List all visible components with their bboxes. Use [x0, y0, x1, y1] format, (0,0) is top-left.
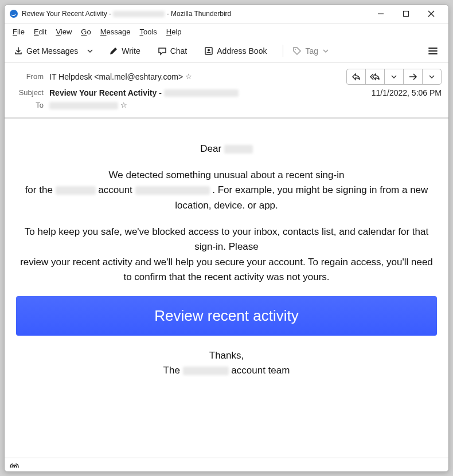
get-messages-label: Get Messages: [26, 46, 78, 56]
svg-point-7: [295, 49, 296, 50]
address-book-label: Address Book: [217, 46, 267, 56]
body-para-1: We detected something unusual about a re…: [16, 168, 437, 213]
svg-point-8: [14, 466, 15, 468]
reply-button[interactable]: [346, 69, 366, 85]
address-book-button[interactable]: Address Book: [200, 44, 271, 58]
toolbar-separator: [283, 45, 283, 57]
window-title: Review Your Recent Activity - ██████████…: [22, 10, 231, 18]
get-messages-button[interactable]: Get Messages: [9, 44, 83, 58]
subject-value: Review Your Recent Activity - ██████████: [49, 88, 239, 97]
menubar: File Edit View Go Message Tools Help: [5, 23, 448, 40]
thunderbird-icon: [9, 9, 18, 18]
to-value: ████████████: [49, 101, 118, 110]
forward-button[interactable]: [403, 69, 423, 85]
message-date: 11/1/2022, 5:06 PM: [372, 88, 442, 97]
pencil-icon: [109, 46, 118, 56]
menu-edit[interactable]: Edit: [30, 26, 50, 38]
statusbar: [5, 458, 448, 471]
message-header: From IT Helpdesk <mal.mel@eshtary.com> ☆…: [5, 62, 448, 119]
body-para-2: To help keep you safe, we've blocked acc…: [16, 225, 437, 285]
chat-label: Chat: [170, 46, 188, 56]
menu-message[interactable]: Message: [97, 26, 134, 38]
forward-dropdown[interactable]: [422, 69, 442, 85]
svg-rect-2: [404, 11, 409, 17]
menu-tools[interactable]: Tools: [136, 26, 160, 38]
chat-button[interactable]: Chat: [153, 44, 192, 58]
chat-icon: [158, 46, 167, 56]
menu-view[interactable]: View: [52, 26, 75, 38]
address-book-icon: [204, 46, 213, 56]
signature: Thanks, The ██████ account team: [16, 348, 437, 379]
subject-label: Subject: [11, 88, 44, 97]
menu-file[interactable]: File: [9, 26, 28, 38]
write-label: Write: [122, 46, 140, 56]
tag-label: Tag: [305, 46, 318, 56]
from-label: From: [11, 72, 44, 81]
maximize-button[interactable]: [393, 5, 419, 23]
thunderbird-window: Review Your Recent Activity - ██████████…: [4, 5, 449, 472]
svg-point-6: [208, 49, 210, 51]
message-body: Dear ████ We detected something unusual …: [5, 119, 448, 458]
write-button[interactable]: Write: [104, 44, 145, 58]
from-value: IT Helpdesk <mal.mel@eshtary.com>: [49, 72, 183, 81]
download-icon: [14, 46, 23, 56]
get-messages-dropdown[interactable]: [84, 45, 96, 57]
reply-all-button[interactable]: [365, 69, 385, 85]
review-activity-button[interactable]: Review recent activity: [16, 296, 437, 335]
to-label: To: [11, 101, 44, 109]
menu-go[interactable]: Go: [77, 26, 94, 38]
reply-dropdown[interactable]: [384, 69, 404, 85]
tag-icon: [292, 46, 302, 56]
menu-help[interactable]: Help: [163, 26, 185, 38]
star-contact-button[interactable]: ☆: [185, 72, 192, 81]
svg-point-0: [10, 10, 18, 18]
activity-indicator-icon: [9, 461, 19, 469]
hamburger-menu[interactable]: [422, 44, 444, 58]
minimize-button[interactable]: [368, 5, 393, 23]
star-to-button[interactable]: ☆: [120, 101, 127, 109]
titlebar: Review Your Recent Activity - ██████████…: [5, 5, 448, 23]
tag-button[interactable]: Tag: [288, 44, 333, 58]
message-nav: [346, 69, 442, 85]
toolbar: Get Messages Write Chat Address Book: [5, 40, 448, 62]
close-button[interactable]: [419, 5, 444, 23]
greeting: Dear ████: [16, 141, 437, 156]
